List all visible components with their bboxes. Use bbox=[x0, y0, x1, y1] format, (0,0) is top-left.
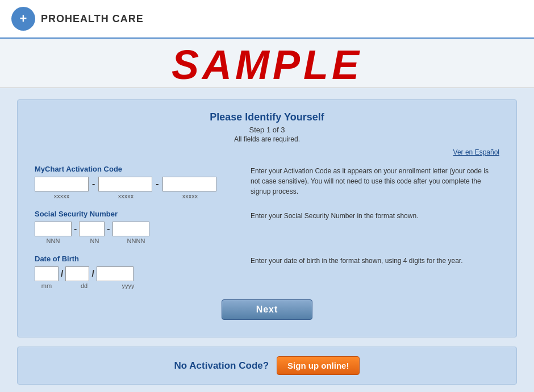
ssn-part1[interactable] bbox=[35, 222, 72, 236]
form-card: Please Identify Yourself Step 1 of 3 All… bbox=[17, 99, 517, 337]
dob-year[interactable] bbox=[97, 266, 134, 281]
form-subtitle: Step 1 of 3 bbox=[35, 126, 499, 134]
dob-left: Date of Birth / / mm dd yyyy bbox=[35, 255, 251, 289]
separator-2: - bbox=[156, 179, 158, 189]
ssn-sep1: - bbox=[74, 224, 77, 234]
dob-slash-2: / bbox=[91, 269, 94, 279]
ssn-sep2: - bbox=[107, 224, 110, 234]
separator-1: - bbox=[92, 179, 95, 189]
activation-hint-3: xxxxx bbox=[163, 193, 217, 199]
dob-hint-yyyy: yyyy bbox=[110, 282, 147, 289]
dob-hint-dd: dd bbox=[72, 282, 96, 289]
ssn-part3[interactable] bbox=[112, 222, 149, 236]
sample-watermark: SAMPLE bbox=[0, 44, 534, 85]
dob-inputs: / / bbox=[35, 266, 251, 281]
ssn-part2[interactable] bbox=[79, 222, 105, 236]
ssn-section: Social Security Number - - NNN NN NNNN E… bbox=[35, 210, 499, 244]
form-required-note: All fields are required. bbox=[35, 135, 499, 143]
dob-label: Date of Birth bbox=[35, 255, 251, 263]
signup-button[interactable]: Sign up online! bbox=[277, 356, 360, 375]
activation-code-left: MyChart Activation Code - - xxxxx xxxxx … bbox=[35, 165, 251, 199]
next-row: Next bbox=[35, 299, 499, 320]
dob-section: Date of Birth / / mm dd yyyy Enter your … bbox=[35, 255, 499, 289]
logo-circle: + bbox=[11, 7, 35, 31]
page-header: + ProHealth Care bbox=[0, 0, 534, 39]
no-code-text: No Activation Code? bbox=[174, 360, 269, 372]
activation-code-part2[interactable] bbox=[98, 177, 152, 191]
ssn-label: Social Security Number bbox=[35, 210, 251, 218]
ssn-left: Social Security Number - - NNN NN NNNN bbox=[35, 210, 251, 244]
dob-slash-1: / bbox=[61, 269, 63, 279]
ssn-hint-3: NNNN bbox=[118, 237, 155, 244]
dob-help: Enter your date of birth in the format s… bbox=[251, 255, 499, 266]
activation-code-inputs: - - bbox=[35, 177, 251, 191]
activation-code-part3[interactable] bbox=[162, 177, 216, 191]
ssn-help: Enter your Social Security Number in the… bbox=[251, 210, 499, 221]
logo-text: ProHealth Care bbox=[41, 13, 144, 25]
dob-month[interactable] bbox=[35, 266, 59, 281]
activation-code-label: MyChart Activation Code bbox=[35, 165, 251, 173]
ssn-hint-2: NN bbox=[82, 237, 107, 244]
activation-hint-1: xxxxx bbox=[35, 193, 89, 199]
bottom-card: No Activation Code? Sign up online! bbox=[17, 347, 517, 385]
ssn-hint-1: NNN bbox=[35, 237, 72, 244]
logo-cross-icon: + bbox=[20, 12, 27, 25]
activation-hint-2: xxxxx bbox=[99, 193, 153, 199]
ssn-inputs: - - bbox=[35, 222, 251, 236]
main-content: Please Identify Yourself Step 1 of 3 All… bbox=[0, 88, 534, 392]
activation-code-part1[interactable] bbox=[35, 177, 89, 191]
dob-hint-mm: mm bbox=[35, 282, 59, 289]
form-title: Please Identify Yourself bbox=[35, 111, 499, 123]
next-button[interactable]: Next bbox=[222, 299, 313, 320]
activation-code-help: Enter your Activation Code as it appears… bbox=[251, 165, 499, 197]
activation-code-section: MyChart Activation Code - - xxxxx xxxxx … bbox=[35, 165, 499, 199]
dob-day[interactable] bbox=[65, 266, 89, 281]
language-link[interactable]: Ver en Español bbox=[453, 148, 499, 156]
sample-banner: SAMPLE bbox=[0, 39, 534, 88]
